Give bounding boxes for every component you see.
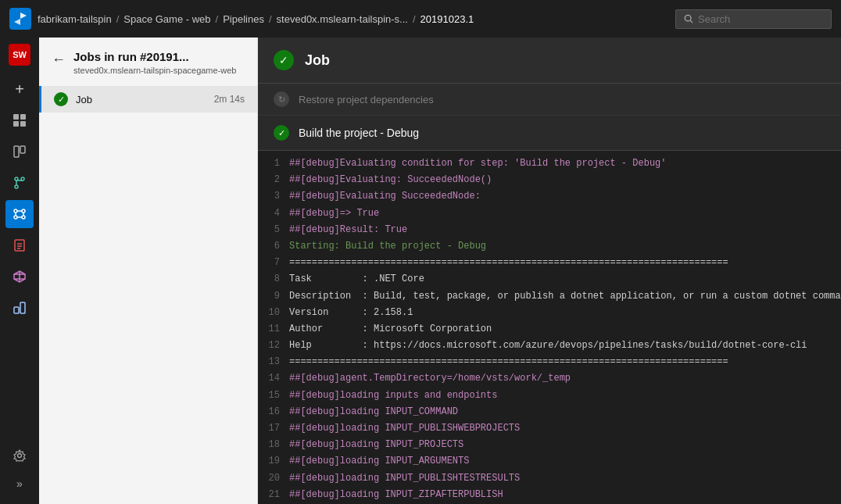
log-line: 13======================================… <box>258 354 841 370</box>
sidebar-bottom: » <box>5 441 34 498</box>
svg-point-19 <box>22 216 25 219</box>
log-line: 16##[debug]loading INPUT_COMMAND <box>258 404 841 420</box>
job-header: ✓ Job <box>258 38 841 84</box>
log-line-number: 16 <box>258 405 289 420</box>
log-line: 9Description : Build, test, package, or … <box>258 288 841 305</box>
job-status-icon: ✓ <box>54 92 68 106</box>
svg-rect-7 <box>13 121 19 127</box>
log-line-text: Help : https://docs.microsoft.com/azure/… <box>289 338 807 353</box>
nav-testplans-icon[interactable] <box>5 231 34 259</box>
log-line-number: 2 <box>258 173 289 188</box>
search-box[interactable] <box>675 9 832 29</box>
sidebar-title: Jobs in run #20191... <box>73 50 236 63</box>
breadcrumb-pipelines[interactable]: Pipelines <box>223 13 264 25</box>
sidebar-subtitle: steved0x.mslearn-tailspin-spacegame-web <box>73 65 236 77</box>
job-label: Job <box>76 94 206 105</box>
sidebar-header: ← Jobs in run #20191... steved0x.mslearn… <box>39 38 257 83</box>
sidebar-panel: ← Jobs in run #20191... steved0x.mslearn… <box>39 38 258 504</box>
svg-rect-24 <box>15 240 24 251</box>
breadcrumb-project[interactable]: Space Game - web <box>123 13 210 25</box>
log-line-number: 4 <box>258 206 289 221</box>
job-row[interactable]: ✓ Job 2m 14s <box>39 86 257 113</box>
log-line-text: ##[debug]Evaluating SucceededNode: <box>289 189 481 204</box>
log-line-number: 18 <box>258 438 289 452</box>
nav-boards-icon[interactable] <box>5 138 34 166</box>
log-line-number: 12 <box>258 338 289 353</box>
job-time: 2m 14s <box>214 94 245 105</box>
log-line: 20##[debug]loading INPUT_PUBLISHTESTRESU… <box>258 470 841 487</box>
log-line-number: 19 <box>258 454 289 469</box>
svg-rect-32 <box>20 302 25 313</box>
log-line: 8Task : .NET Core <box>258 271 841 288</box>
breadcrumb-pipeline[interactable]: steved0x.mslearn-tailspin-s... <box>277 13 408 25</box>
nav-pipelines-icon[interactable] <box>5 200 34 228</box>
svg-line-4 <box>690 20 692 23</box>
log-line-text: ##[debug]loading inputs and endpoints <box>289 388 497 403</box>
svg-rect-10 <box>20 146 25 153</box>
log-line: 4##[debug]=> True <box>258 206 841 222</box>
svg-rect-8 <box>20 121 26 127</box>
log-line: 1##[debug]Evaluating condition for step:… <box>258 155 841 172</box>
svg-point-13 <box>15 185 18 188</box>
user-avatar[interactable]: SW <box>9 44 30 66</box>
log-line-number: 3 <box>258 189 289 204</box>
svg-point-3 <box>685 15 691 21</box>
log-line: 17##[debug]loading INPUT_PUBLISHWEBPROJE… <box>258 420 841 437</box>
nav-add-button[interactable]: + <box>5 75 34 103</box>
log-line: 7=======================================… <box>258 255 841 271</box>
nav-expand-icon[interactable]: » <box>5 470 34 498</box>
log-line-text: ##[debug]Evaluating: SucceededNode() <box>289 173 492 188</box>
log-line-text: ##[debug]Evaluating condition for step: … <box>289 156 666 171</box>
svg-rect-9 <box>14 146 19 157</box>
prev-step-row[interactable]: ↻ Restore project dependencies <box>258 84 841 116</box>
log-line-text: Task : .NET Core <box>289 272 424 287</box>
nav-settings-icon[interactable] <box>5 441 34 470</box>
nav-repos-icon[interactable] <box>5 169 34 197</box>
svg-point-18 <box>14 216 17 219</box>
log-content[interactable]: 1##[debug]Evaluating condition for step:… <box>258 151 841 504</box>
log-line-number: 1 <box>258 156 289 171</box>
log-line: 14##[debug]agent.TempDirectory=/home/vst… <box>258 370 841 387</box>
log-line-number: 15 <box>258 388 289 403</box>
log-line-number: 17 <box>258 421 289 436</box>
build-step-header[interactable]: ✓ Build the project - Debug <box>258 116 841 151</box>
svg-point-33 <box>18 454 22 458</box>
job-header-title: Job <box>305 52 330 69</box>
log-line-number: 7 <box>258 256 289 270</box>
prev-step-label: Restore project dependencies <box>299 94 434 105</box>
log-line-number: 20 <box>258 471 289 486</box>
search-icon <box>684 13 693 24</box>
log-line-text: ##[debug]agent.TempDirectory=/home/vsts/… <box>289 371 571 386</box>
log-line: 5##[debug]Result: True <box>258 222 841 238</box>
log-line-text: ##[debug]loading INPUT_ARGUMENTS <box>289 454 469 469</box>
log-line-text: ##[debug]Result: True <box>289 223 407 238</box>
log-line-text: ##[debug]loading INPUT_ZIPAFTERPUBLISH <box>289 488 503 502</box>
search-input[interactable] <box>698 13 823 25</box>
log-line-text: ##[debug]loading INPUT_PROJECTS <box>289 438 463 452</box>
log-line-text: ##[debug]loading INPUT_COMMAND <box>289 405 458 420</box>
log-line-number: 13 <box>258 355 289 370</box>
log-line: 19##[debug]loading INPUT_ARGUMENTS <box>258 453 841 470</box>
nav-extensions-icon[interactable] <box>5 294 34 322</box>
back-button[interactable]: ← <box>52 52 66 68</box>
nav-artifacts-icon[interactable] <box>5 263 34 291</box>
breadcrumb-org[interactable]: fabrikam-tailspin <box>38 13 112 25</box>
job-success-icon: ✓ <box>274 50 294 70</box>
log-line: 6Starting: Build the project - Debug <box>258 238 841 255</box>
log-line: 21##[debug]loading INPUT_ZIPAFTERPUBLISH <box>258 487 841 503</box>
jobs-list: ✓ Job 2m 14s <box>39 83 257 116</box>
log-line-number: 10 <box>258 306 289 320</box>
breadcrumb-run[interactable]: 20191023.1 <box>420 13 474 25</box>
log-line-number: 9 <box>258 289 289 304</box>
log-line-number: 8 <box>258 272 289 287</box>
main-body: SW + » ← <box>0 38 841 504</box>
log-line-number: 14 <box>258 371 289 386</box>
log-line-text: ##[debug]=> True <box>289 206 379 221</box>
build-step-status-icon: ✓ <box>274 125 289 141</box>
log-line: 18##[debug]loading INPUT_PROJECTS <box>258 437 841 453</box>
log-line-text: ========================================… <box>289 256 728 270</box>
log-line: 2##[debug]Evaluating: SucceededNode() <box>258 172 841 188</box>
svg-point-17 <box>22 209 25 213</box>
top-nav: fabrikam-tailspin / Space Game - web / P… <box>0 0 841 38</box>
nav-overview-icon[interactable] <box>5 106 34 134</box>
